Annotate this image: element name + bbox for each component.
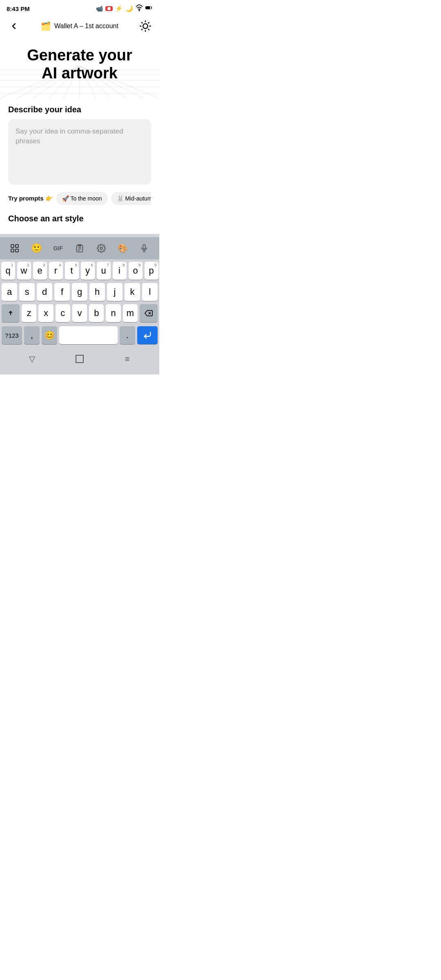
kb-clipboard-icon[interactable] (72, 241, 87, 256)
key-emoji[interactable]: 😊 (42, 326, 57, 344)
svg-rect-30 (11, 249, 14, 252)
svg-rect-28 (11, 245, 14, 247)
key-c[interactable]: c (56, 304, 70, 322)
key-z[interactable]: z (22, 304, 36, 322)
keyboard-row-2: a s d f g h j k l (2, 283, 158, 301)
idea-input[interactable] (8, 119, 151, 185)
svg-rect-31 (16, 249, 18, 252)
key-m[interactable]: m (123, 304, 138, 322)
key-l[interactable]: l (142, 283, 158, 301)
key-v[interactable]: v (72, 304, 87, 322)
keyboard-bottom-row: ?123 , 😊 . (0, 325, 159, 347)
keyboard-row-3: z x c v b n m (2, 304, 158, 322)
kb-sticker-icon[interactable]: 🙂 (29, 241, 44, 256)
art-style-label: Choose an art style (8, 214, 151, 223)
delete-key[interactable] (140, 304, 158, 322)
back-button[interactable] (7, 19, 21, 33)
prompt-chip-rabbits[interactable]: 🐰 Mid-autumn rabbits (111, 192, 151, 205)
battery-icon (145, 4, 153, 13)
key-f[interactable]: f (54, 283, 70, 301)
key-i[interactable]: i8 (113, 262, 127, 280)
keyboard-row-1: q1 w2 e3 r4 t5 y6 u7 i8 o9 p0 (2, 262, 158, 280)
svg-point-3 (143, 24, 148, 29)
key-123[interactable]: ?123 (2, 326, 22, 344)
key-k[interactable]: k (125, 283, 140, 301)
key-return[interactable] (137, 326, 158, 344)
bluetooth-icon: ⚡ (115, 5, 123, 12)
wifi-icon (136, 4, 143, 13)
main-content: Describe your idea Try prompts 👉 🚀 To th… (0, 98, 159, 230)
prompt-chip-moon[interactable]: 🚀 To the moon (56, 192, 108, 205)
key-y[interactable]: y6 (81, 262, 95, 280)
keyboard-rows: q1 w2 e3 r4 t5 y6 u7 i8 o9 p0 a s d f g … (0, 259, 159, 325)
key-q[interactable]: q1 (1, 262, 15, 280)
try-prompts-label: Try prompts 👉 (8, 195, 53, 202)
key-p[interactable]: p0 (145, 262, 158, 280)
svg-line-11 (148, 22, 149, 23)
nav-back-icon: ▽ (29, 354, 35, 364)
status-bar: 8:43 PM 📹 ⚡ 🌙 (0, 0, 159, 16)
status-time: 8:43 PM (7, 5, 30, 12)
hero-title: Generate your AI artwork (0, 47, 159, 94)
key-space[interactable] (59, 326, 118, 344)
kb-gear-icon[interactable] (94, 241, 109, 256)
svg-rect-29 (16, 245, 18, 247)
key-w[interactable]: w2 (17, 262, 31, 280)
svg-line-6 (142, 22, 143, 23)
kb-gif-icon[interactable]: GIF (50, 241, 66, 256)
video-icon: 📹 (96, 5, 103, 12)
key-period[interactable]: . (120, 326, 135, 344)
wallet-label: Wallet A – 1st account (54, 22, 118, 30)
svg-point-0 (139, 10, 140, 11)
recording-badge (105, 6, 113, 11)
svg-line-10 (142, 29, 143, 30)
keyboard-toolbar: 🙂 GIF 🎨 (0, 237, 159, 259)
svg-line-7 (148, 29, 149, 30)
nav-menu-icon: ≡ (125, 354, 130, 364)
key-r[interactable]: r4 (49, 262, 63, 280)
key-j[interactable]: j (107, 283, 122, 301)
hero-line1: Generate your (8, 47, 151, 65)
wallet-icon: 🗂️ (41, 21, 51, 31)
key-h[interactable]: h (89, 283, 105, 301)
key-x[interactable]: x (38, 304, 53, 322)
key-t[interactable]: t5 (65, 262, 79, 280)
svg-rect-38 (143, 245, 146, 249)
key-g[interactable]: g (72, 283, 87, 301)
bottom-nav-menu[interactable]: ≡ (120, 352, 135, 366)
key-n[interactable]: n (106, 304, 120, 322)
key-b[interactable]: b (89, 304, 104, 322)
key-s[interactable]: s (19, 283, 35, 301)
art-style-section: Choose an art style (8, 214, 151, 223)
bottom-nav-home[interactable] (72, 352, 87, 366)
key-d[interactable]: d (37, 283, 52, 301)
kb-mic-icon[interactable] (136, 241, 152, 256)
bulb-button[interactable] (138, 19, 153, 33)
key-comma[interactable]: , (24, 326, 40, 344)
prompts-row: Try prompts 👉 🚀 To the moon 🐰 Mid-autumn… (8, 192, 151, 207)
kb-palette-icon[interactable]: 🎨 (115, 241, 131, 256)
keyboard: 🙂 GIF 🎨 (0, 234, 159, 347)
nav-title: 🗂️ Wallet A – 1st account (41, 21, 118, 31)
key-u[interactable]: u7 (97, 262, 111, 280)
shift-key[interactable] (2, 304, 20, 322)
key-e[interactable]: e3 (33, 262, 47, 280)
top-nav: 🗂️ Wallet A – 1st account (0, 16, 159, 38)
svg-point-37 (100, 247, 102, 250)
key-a[interactable]: a (2, 283, 17, 301)
svg-rect-2 (146, 7, 150, 9)
bottom-nav-bar: ▽ ≡ (0, 347, 159, 374)
status-icons: 📹 ⚡ 🌙 (96, 4, 153, 13)
hero-section: Generate your AI artwork (0, 38, 159, 98)
key-o[interactable]: o9 (129, 262, 143, 280)
hero-line2: AI artwork (8, 65, 151, 82)
nav-home-icon (76, 355, 84, 363)
moon-icon: 🌙 (125, 5, 133, 12)
kb-grid-icon[interactable] (7, 241, 22, 256)
bottom-nav-back[interactable]: ▽ (24, 352, 39, 366)
describe-label: Describe your idea (8, 105, 151, 114)
